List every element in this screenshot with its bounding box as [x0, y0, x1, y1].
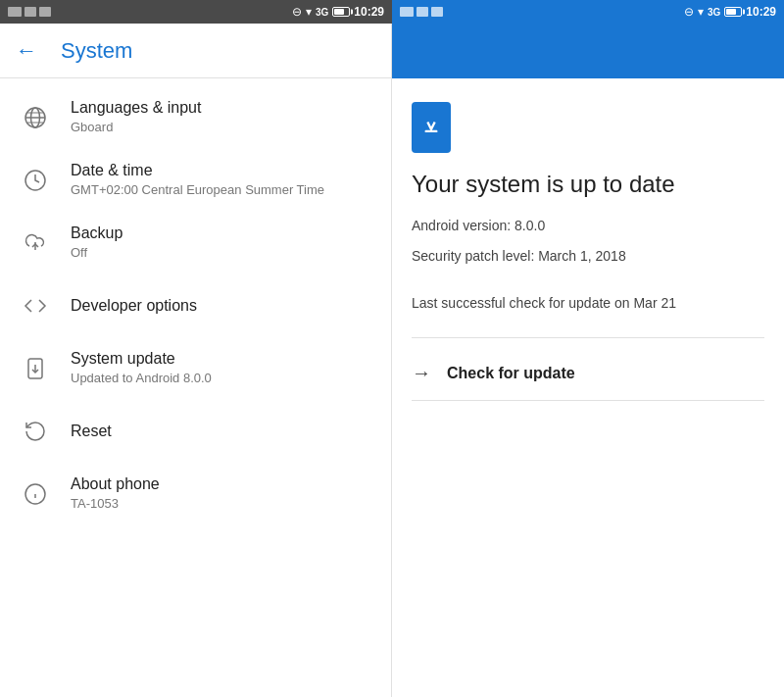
datetime-label: Date & time [71, 162, 324, 179]
update-title: Your system is up to date [412, 169, 764, 199]
time-left: 10:29 [354, 5, 384, 19]
minus-icon-right: ⊖ [684, 5, 694, 19]
cloud-upload-icon [16, 224, 55, 263]
code-icon [16, 286, 55, 325]
datetime-text: Date & time GMT+02:00 Central European S… [71, 162, 324, 199]
globe-icon [16, 98, 55, 137]
languages-label: Languages & input [71, 99, 201, 117]
about-sublabel: TA-1053 [71, 495, 160, 513]
left-header: ← System [0, 24, 391, 78]
system-update-text: System update Updated to Android 8.0.0 [71, 350, 212, 387]
system-update-label: System update [71, 350, 212, 368]
system-update-sublabel: Updated to Android 8.0.0 [71, 370, 212, 387]
about-label: About phone [71, 475, 160, 493]
wifi-icon-left: ▾ [306, 5, 312, 19]
backup-sublabel: Off [71, 244, 122, 262]
right-status-bar: ⊖ ▾ 3G 10:29 [392, 0, 784, 24]
app-icon-ebay-left [8, 7, 22, 17]
right-status-icons: ⊖ ▾ 3G 10:29 [684, 5, 776, 19]
left-status-icons: ⊖ ▾ 3G 10:29 [292, 5, 384, 19]
security-patch: Security patch level: March 1, 2018 [412, 245, 764, 267]
settings-item-datetime[interactable]: Date & time GMT+02:00 Central European S… [0, 149, 391, 212]
left-panel: ← System Languages & input Gboard [0, 24, 392, 697]
app-icon-image-left [39, 7, 51, 17]
app-icon-square-right [416, 7, 428, 17]
right-app-icons [400, 7, 443, 17]
info-icon [16, 474, 55, 514]
bottom-divider [412, 400, 764, 401]
page-title: System [61, 38, 132, 64]
languages-text: Languages & input Gboard [71, 99, 201, 136]
backup-label: Backup [71, 224, 122, 242]
battery-icon-right [724, 7, 742, 17]
signal-3g-right: 3G [708, 7, 720, 18]
settings-item-languages[interactable]: Languages & input Gboard [0, 86, 391, 149]
signal-3g-left: 3G [316, 7, 328, 18]
right-header [392, 24, 784, 78]
check-update-row[interactable]: → Check for update [412, 346, 764, 400]
svg-rect-10 [425, 130, 438, 132]
wifi-icon-right: ▾ [698, 5, 704, 19]
right-content: Your system is up to date Android versio… [392, 78, 784, 697]
developer-label: Developer options [71, 297, 197, 315]
check-update-label: Check for update [447, 365, 575, 382]
settings-item-system-update[interactable]: System update Updated to Android 8.0.0 [0, 337, 391, 400]
left-app-icons [8, 7, 51, 17]
app-icon-ebay-right [400, 7, 414, 17]
check-update-arrow-icon: → [412, 362, 431, 384]
last-check-text: Last successful check for update on Mar … [412, 292, 764, 314]
settings-item-developer[interactable]: Developer options [0, 274, 391, 337]
right-panel: Your system is up to date Android versio… [392, 24, 784, 697]
battery-icon-left [332, 7, 350, 17]
backup-text: Backup Off [71, 224, 122, 262]
settings-item-backup[interactable]: Backup Off [0, 212, 391, 274]
minus-icon-left: ⊖ [292, 5, 302, 19]
app-icon-image-right [431, 7, 443, 17]
back-button[interactable]: ← [16, 38, 37, 64]
settings-list: Languages & input Gboard Date & time GMT… [0, 78, 391, 697]
reset-text: Reset [71, 423, 112, 440]
reset-icon [16, 412, 55, 451]
update-download-icon [412, 102, 451, 153]
reset-label: Reset [71, 423, 112, 440]
left-status-bar: ⊖ ▾ 3G 10:29 [0, 0, 392, 24]
languages-sublabel: Gboard [71, 119, 201, 136]
developer-text: Developer options [71, 297, 197, 315]
app-icon-square-left [24, 7, 36, 17]
clock-icon [16, 161, 55, 200]
system-update-icon [16, 349, 55, 388]
settings-item-reset[interactable]: Reset [0, 400, 391, 463]
datetime-sublabel: GMT+02:00 Central European Summer Time [71, 181, 324, 199]
settings-item-about[interactable]: About phone TA-1053 [0, 463, 391, 525]
about-text: About phone TA-1053 [71, 475, 160, 513]
top-divider [412, 337, 764, 338]
time-right: 10:29 [746, 5, 776, 19]
update-icon-container [412, 102, 764, 153]
android-version: Android version: 8.0.0 [412, 215, 764, 236]
